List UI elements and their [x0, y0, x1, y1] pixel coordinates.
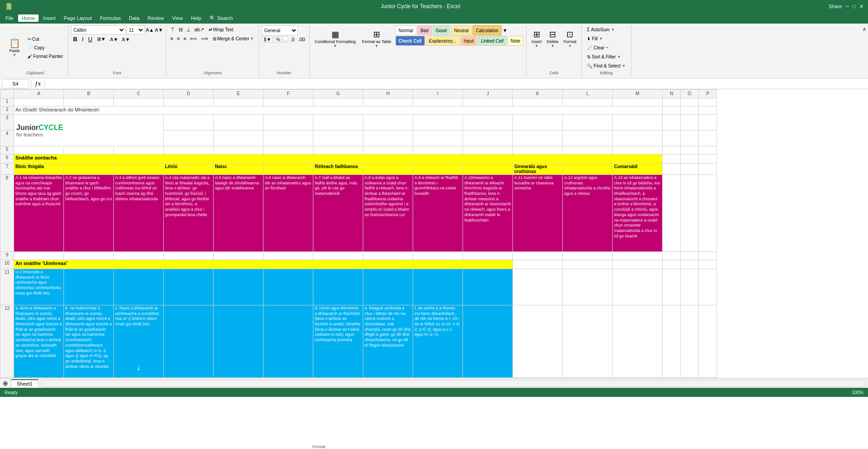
- col-header-M[interactable]: M: [613, 90, 663, 98]
- cell-C5[interactable]: [114, 146, 164, 154]
- cell-K7[interactable]: Ginearálú agus cruthúnas: [513, 164, 563, 175]
- decimal-increase-button[interactable]: .0: [289, 37, 296, 42]
- cell-H9[interactable]: [363, 252, 413, 260]
- cell-J4[interactable]: [463, 130, 513, 146]
- number-format-select[interactable]: General: [262, 25, 298, 35]
- cell-J3[interactable]: [463, 115, 513, 130]
- cell-B1[interactable]: [64, 98, 114, 106]
- cell-I3[interactable]: [413, 115, 463, 130]
- cell-H5[interactable]: [363, 146, 413, 154]
- menu-home[interactable]: Home: [18, 14, 39, 22]
- cell-C9[interactable]: [114, 252, 164, 260]
- cell-A9[interactable]: [14, 252, 64, 260]
- cell-K10[interactable]: [513, 260, 563, 269]
- ribbon-collapse-btn[interactable]: ∧: [863, 24, 866, 76]
- cell-P6[interactable]: [699, 154, 717, 164]
- formula-input[interactable]: [47, 79, 866, 88]
- italic-button[interactable]: I: [80, 35, 86, 43]
- rotate-text-button[interactable]: ab↗: [193, 27, 205, 33]
- cell-D12[interactable]: [164, 305, 214, 378]
- copy-button[interactable]: 📄 Copy: [25, 43, 65, 52]
- menu-page-layout[interactable]: Page Layout: [60, 14, 96, 22]
- cell-N8[interactable]: [663, 175, 681, 252]
- cell-K8[interactable]: A.11 tuairimí nó ráitis bunaithe ar chas…: [513, 175, 563, 252]
- cell-E1[interactable]: [214, 98, 263, 106]
- cell-O11[interactable]: [681, 269, 699, 305]
- cell-E8[interactable]: A.5 naisc a dhéanamh laistigh de shnáith…: [214, 175, 263, 252]
- cell-G7[interactable]: Réiteach fadhbanna: [313, 164, 363, 175]
- menu-help[interactable]: Help: [187, 14, 205, 22]
- share-button[interactable]: Share: [829, 4, 842, 9]
- cell-O2[interactable]: [681, 106, 699, 115]
- wrap-text-button[interactable]: ⇌ Wrap Text: [206, 25, 236, 34]
- cell-B7[interactable]: [64, 164, 114, 175]
- cell-L1[interactable]: [563, 98, 613, 106]
- col-header-K[interactable]: K: [513, 90, 563, 98]
- decrease-font-btn[interactable]: A▼: [155, 27, 163, 33]
- border-button[interactable]: ⊞▼: [95, 36, 108, 43]
- styles-more-btn[interactable]: ▼: [502, 28, 507, 33]
- cell-D4[interactable]: [164, 130, 214, 146]
- cell-K1[interactable]: [513, 98, 563, 106]
- style-neutral-btn[interactable]: Neutral: [451, 25, 472, 35]
- style-calculation-btn[interactable]: Calculation: [473, 25, 501, 35]
- cell-G9[interactable]: [313, 252, 363, 260]
- style-good-btn[interactable]: Good: [433, 25, 450, 35]
- cell-F1[interactable]: [263, 98, 313, 106]
- cell-M12[interactable]: [613, 305, 663, 378]
- menu-file[interactable]: File: [2, 14, 17, 22]
- style-check-cell-btn[interactable]: Check Cell: [395, 36, 425, 46]
- col-header-F[interactable]: F: [263, 90, 313, 98]
- cell-I7[interactable]: [413, 164, 463, 175]
- cell-E3[interactable]: [214, 115, 263, 130]
- col-header-N[interactable]: N: [663, 90, 681, 98]
- clear-button[interactable]: 🧹 Clear ~: [585, 43, 628, 52]
- cell-I5[interactable]: [413, 146, 463, 154]
- cell-D9[interactable]: [164, 252, 214, 260]
- cell-A7[interactable]: Bloic thógála: [14, 164, 64, 175]
- cell-G1[interactable]: [313, 98, 363, 106]
- cell-K3[interactable]: [513, 115, 563, 130]
- cell-P2[interactable]: [699, 106, 717, 115]
- cell-J1[interactable]: [463, 98, 513, 106]
- col-header-P[interactable]: P: [699, 90, 717, 98]
- style-explanatory-btn[interactable]: Explanatory...: [426, 36, 459, 46]
- cell-C8[interactable]: A.3 a aithint gurb ionann comhriomhanna …: [114, 175, 164, 252]
- cell-K9[interactable]: [513, 252, 563, 260]
- indent-less-button[interactable]: ⟸: [189, 36, 199, 42]
- align-middle-button[interactable]: ⊟: [177, 27, 184, 33]
- cell-D1[interactable]: [164, 98, 214, 106]
- autosum-button[interactable]: Σ AutoSum ▼: [585, 25, 628, 34]
- cell-L5[interactable]: [563, 146, 613, 154]
- cell-M4[interactable]: [613, 130, 663, 146]
- format-painter-button[interactable]: 🖌 Format Painter: [25, 52, 65, 60]
- cell-G5[interactable]: [313, 146, 363, 154]
- paste-button[interactable]: 📋 Paste ▼: [5, 34, 24, 61]
- decimal-decrease-button[interactable]: .00: [297, 37, 306, 42]
- cell-N11[interactable]: [663, 269, 681, 305]
- cell-A5[interactable]: [14, 146, 64, 154]
- cell-P3[interactable]: [699, 115, 717, 130]
- cell-D5[interactable]: [164, 146, 214, 154]
- cell-P12[interactable]: [699, 305, 717, 378]
- cell-L7[interactable]: [563, 164, 613, 175]
- cell-N4[interactable]: [663, 130, 681, 146]
- cell-C12[interactable]: c. fiosrú a dhéanamh ar uimhreacha a scr…: [114, 305, 164, 378]
- cell-G11[interactable]: [313, 269, 363, 305]
- cell-F5[interactable]: [263, 146, 313, 154]
- underline-button[interactable]: U: [86, 35, 94, 43]
- style-input-btn[interactable]: Input: [460, 36, 477, 46]
- cell-M10[interactable]: [613, 260, 663, 269]
- col-header-A[interactable]: A: [14, 90, 64, 98]
- cell-F11[interactable]: [263, 269, 313, 305]
- cell-E9[interactable]: [214, 252, 263, 260]
- cell-P11[interactable]: [699, 269, 717, 305]
- insert-cells-button[interactable]: ⊞ Insert ▼: [529, 25, 544, 52]
- comma-button[interactable]: ,: [283, 36, 288, 43]
- cell-B9[interactable]: [64, 252, 114, 260]
- cell-N3[interactable]: [663, 115, 681, 130]
- minimize-btn[interactable]: ─: [846, 4, 849, 9]
- cell-N1[interactable]: [663, 98, 681, 106]
- cell-P7[interactable]: [699, 164, 717, 175]
- cell-I12[interactable]: f. an uimhir p a thiontú, ina foirm dhea…: [413, 305, 463, 378]
